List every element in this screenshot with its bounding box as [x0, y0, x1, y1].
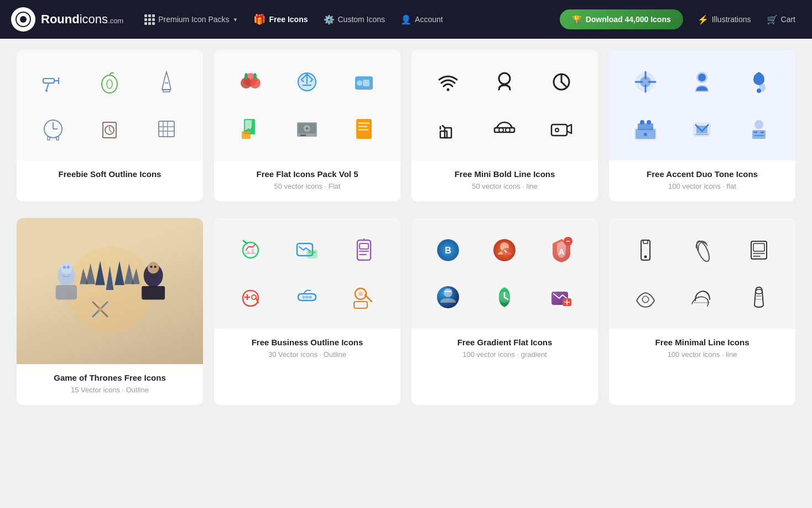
icon-pack-card[interactable]: Free Flat Icons Pack Vol 5 50 vector ico…: [214, 50, 400, 201]
svg-line-57: [443, 126, 445, 128]
card-info: Free Business Outline Icons 30 Vector ic…: [214, 329, 400, 370]
card-info: Free Flat Icons Pack Vol 5 50 vector ico…: [214, 160, 400, 201]
nav-custom-icons[interactable]: ⚙️ Custom Icons: [318, 11, 391, 28]
svg-line-53: [561, 82, 566, 86]
icon-pack-card[interactable]: Free Business Outline Icons 30 Vector ic…: [214, 218, 400, 405]
card-subtitle: 15 Vector icons · Outline: [25, 386, 194, 394]
svg-rect-58: [495, 128, 514, 132]
card-subtitle: 100 vector icons · gradient: [420, 350, 589, 359]
cart-icon: 🛒: [767, 14, 778, 25]
svg-point-6: [102, 75, 117, 93]
icon-pack-card[interactable]: Game of Thrones Free Icons 15 Vector ico…: [17, 218, 203, 405]
svg-point-88: [67, 266, 70, 268]
svg-rect-20: [159, 121, 174, 137]
lightning-icon: ⚡: [698, 14, 709, 25]
svg-point-79: [754, 120, 763, 129]
svg-line-117: [365, 295, 372, 302]
nav-premium-icon-packs[interactable]: Premium Icon Packs ▼: [139, 11, 243, 28]
card-preview: [17, 50, 203, 160]
svg-point-62: [555, 128, 559, 132]
svg-rect-105: [308, 255, 314, 256]
cart-label: Cart: [781, 15, 795, 24]
illustrations-label: Illustrations: [712, 15, 751, 24]
svg-rect-100: [247, 251, 249, 253]
svg-rect-101: [252, 249, 254, 253]
svg-point-112: [305, 296, 309, 299]
svg-point-111: [302, 296, 305, 299]
nav-illustrations[interactable]: ⚡ Illustrations: [692, 11, 757, 28]
card-title: Free Business Outline Icons: [223, 338, 392, 347]
icon-grid-row2: Game of Thrones Free Icons 15 Vector ico…: [17, 218, 795, 405]
card-title: Game of Thrones Free Icons: [25, 373, 194, 382]
svg-point-86: [60, 262, 72, 274]
svg-rect-46: [358, 122, 369, 124]
navbar: Roundicons.com Premium Icon Packs ▼ 🎁 Fr…: [0, 0, 812, 39]
svg-rect-41: [300, 134, 306, 136]
card-title: Free Mini Bold Line Icons: [420, 169, 589, 179]
svg-point-139: [644, 255, 647, 258]
svg-rect-116: [354, 302, 367, 308]
svg-point-28: [244, 73, 248, 80]
svg-rect-48: [358, 129, 368, 131]
account-label: Account: [415, 15, 443, 24]
logo[interactable]: Roundicons.com: [11, 7, 123, 32]
logo-icon: [11, 7, 35, 32]
download-label: Download 44,000 Icons: [586, 15, 671, 24]
svg-point-1: [20, 16, 27, 23]
svg-rect-129: [445, 291, 451, 292]
svg-point-70: [698, 74, 706, 81]
main-content: Freebie Soft Outline Icons: [0, 39, 812, 444]
svg-rect-38: [242, 131, 251, 139]
svg-point-115: [358, 292, 363, 296]
icon-pack-card[interactable]: B: [412, 218, 598, 405]
icon-pack-card[interactable]: Free Accent Duo Tone Icons 100 vector ic…: [609, 50, 795, 201]
svg-point-5: [45, 90, 48, 92]
svg-point-29: [253, 73, 257, 80]
svg-rect-54: [440, 131, 447, 138]
svg-point-50: [499, 73, 510, 84]
svg-point-91: [148, 262, 159, 273]
card-title: Freebie Soft Outline Icons: [25, 169, 194, 179]
icon-pack-card[interactable]: Free Mini Bold Line Icons 50 vector icon…: [412, 50, 598, 201]
nav-free-icons[interactable]: 🎁 Free Icons: [248, 10, 313, 29]
svg-point-34: [357, 80, 362, 86]
card-title: Free Flat Icons Pack Vol 5: [223, 169, 392, 179]
svg-rect-55: [445, 128, 451, 138]
free-icons-label: Free Icons: [269, 15, 308, 24]
svg-point-113: [309, 296, 312, 299]
svg-rect-8: [163, 90, 170, 92]
custom-icons-nav-icon: ⚙️: [324, 14, 335, 25]
card-title: Free Accent Duo Tone Icons: [618, 169, 787, 179]
chevron-down-icon: ▼: [233, 17, 238, 23]
svg-point-98: [243, 242, 258, 258]
card-info: Freebie Soft Outline Icons: [17, 160, 203, 193]
card-info: Game of Thrones Free Icons 15 Vector ico…: [17, 364, 203, 405]
nav-cart[interactable]: 🛒 Cart: [761, 11, 801, 28]
svg-rect-104: [308, 251, 316, 253]
card-subtitle: 100 vector icons · flat: [618, 182, 787, 190]
download-icon: 🏆: [572, 15, 581, 24]
custom-icons-label: Custom Icons: [338, 15, 386, 24]
free-icons-nav-icon: 🎁: [253, 13, 266, 25]
svg-point-128: [444, 288, 452, 297]
svg-point-49: [447, 88, 450, 91]
svg-line-19: [110, 130, 112, 132]
card-preview: [412, 50, 598, 160]
download-button[interactable]: 🏆 Download 44,000 Icons: [560, 9, 683, 29]
icon-grid-row1: Freebie Soft Outline Icons: [17, 50, 795, 201]
svg-point-93: [154, 266, 156, 268]
icon-pack-card[interactable]: Freebie Soft Outline Icons: [17, 50, 203, 201]
card-preview: [214, 218, 400, 329]
card-info: Free Gradient Flat Icons 100 vector icon…: [412, 329, 598, 370]
svg-text:B: B: [445, 246, 451, 255]
svg-rect-142: [753, 243, 764, 251]
svg-rect-2: [43, 79, 54, 83]
svg-point-71: [757, 89, 761, 93]
svg-point-7: [107, 80, 112, 89]
card-title: Free Gradient Flat Icons: [420, 338, 589, 347]
premium-label: Premium Icon Packs: [158, 15, 229, 24]
svg-point-77: [644, 133, 647, 136]
nav-account[interactable]: 👤 Account: [395, 11, 449, 28]
icon-pack-card[interactable]: Free Minimal Line Icons 100 vector icons…: [609, 218, 795, 405]
svg-rect-80: [752, 130, 766, 139]
